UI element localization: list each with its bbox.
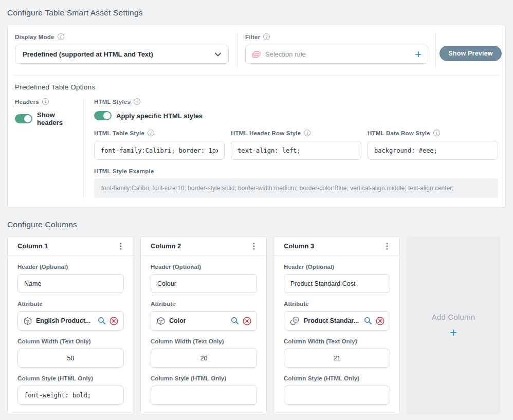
configure-columns-heading: Configure Columns bbox=[7, 220, 506, 229]
html-table-style-label: HTML Table Style bbox=[94, 130, 144, 136]
column-width-input[interactable] bbox=[151, 349, 257, 368]
column-title: Column 2 bbox=[151, 242, 181, 250]
html-table-style-input[interactable] bbox=[94, 141, 225, 160]
kebab-menu-icon[interactable] bbox=[381, 241, 393, 251]
column-card-2: Column 2 Header (Optional) Attribute Col… bbox=[140, 236, 267, 414]
add-column-button[interactable]: Add Column bbox=[407, 236, 500, 414]
html-data-row-style-field: HTML Data Row Style bbox=[368, 130, 498, 160]
attribute-picker[interactable]: English Product... bbox=[17, 311, 124, 331]
apply-html-styles-toggle-label: Apply specific HTML styles bbox=[116, 112, 203, 120]
column-header-input[interactable] bbox=[151, 274, 257, 293]
columns-row: Column 1 Header (Optional) Attribute Eng… bbox=[7, 236, 506, 414]
remove-attribute-icon[interactable] bbox=[243, 317, 251, 325]
column-card-1: Column 1 Header (Optional) Attribute Eng… bbox=[7, 236, 134, 414]
info-icon[interactable] bbox=[58, 33, 64, 40]
page-title: Configure Table Smart Asset Settings bbox=[7, 8, 506, 17]
plus-icon[interactable] bbox=[415, 49, 422, 60]
column-width-input[interactable] bbox=[17, 349, 124, 368]
cube-icon bbox=[24, 317, 32, 325]
search-icon[interactable] bbox=[98, 317, 106, 325]
header-optional-label: Header (Optional) bbox=[17, 264, 124, 270]
column-width-input[interactable] bbox=[284, 349, 390, 368]
coins-icon: $ bbox=[290, 317, 300, 325]
column-width-label: Column Width (Text Only) bbox=[284, 338, 390, 344]
column-width-label: Column Width (Text Only) bbox=[17, 338, 124, 344]
header-optional-label: Header (Optional) bbox=[151, 264, 257, 270]
settings-top-row: Display Mode Predefined (supported at HT… bbox=[8, 25, 505, 75]
search-icon[interactable] bbox=[364, 317, 372, 325]
attribute-picker[interactable]: Color bbox=[151, 311, 257, 331]
info-icon[interactable] bbox=[263, 33, 270, 40]
html-header-row-style-field: HTML Header Row Style bbox=[231, 130, 361, 160]
info-icon[interactable] bbox=[42, 98, 49, 105]
headers-label: Headers bbox=[15, 99, 39, 105]
preview-section: Show Preview bbox=[436, 25, 505, 75]
html-header-row-style-label: HTML Header Row Style bbox=[231, 130, 301, 136]
column-header-input[interactable] bbox=[17, 274, 124, 293]
filter-section: Filter Selection rule bbox=[237, 25, 435, 75]
attribute-value: Color bbox=[169, 317, 227, 324]
selection-rule-icon bbox=[252, 51, 261, 58]
html-styles-label: HTML Styles bbox=[94, 99, 131, 105]
configure-table-page: Configure Table Smart Asset Settings Dis… bbox=[0, 0, 513, 420]
column-style-label: Column Style (HTML Only) bbox=[151, 375, 257, 381]
display-mode-section: Display Mode Predefined (supported at HT… bbox=[8, 25, 237, 75]
column-title: Column 3 bbox=[284, 242, 314, 250]
attribute-label: Attribute bbox=[284, 301, 390, 307]
attribute-value: Product Standar... bbox=[304, 317, 360, 324]
cube-icon bbox=[157, 317, 165, 325]
attribute-value: English Product... bbox=[36, 317, 94, 324]
apply-html-styles-toggle[interactable] bbox=[94, 111, 112, 120]
predefined-options-heading: Predefined Table Options bbox=[15, 83, 498, 91]
column-style-input[interactable] bbox=[284, 386, 390, 405]
search-icon[interactable] bbox=[231, 317, 239, 325]
show-headers-toggle[interactable] bbox=[15, 114, 32, 123]
html-style-example-text: font-family:Calibri; font-size:10; borde… bbox=[94, 178, 498, 198]
attribute-picker[interactable]: $ Product Standar... bbox=[284, 311, 390, 331]
column-width-label: Column Width (Text Only) bbox=[151, 338, 257, 344]
remove-attribute-icon[interactable] bbox=[109, 317, 118, 325]
info-icon[interactable] bbox=[134, 98, 140, 105]
filter-placeholder: Selection rule bbox=[265, 50, 415, 58]
display-mode-select[interactable]: Predefined (supported at HTML and Text) bbox=[15, 45, 229, 64]
column-title: Column 1 bbox=[17, 242, 48, 250]
html-data-row-style-input[interactable] bbox=[368, 141, 498, 160]
column-style-label: Column Style (HTML Only) bbox=[284, 375, 390, 381]
html-header-row-style-input[interactable] bbox=[231, 141, 361, 160]
info-icon[interactable] bbox=[304, 130, 310, 136]
filter-label: Filter bbox=[245, 34, 260, 40]
html-data-row-style-label: HTML Data Row Style bbox=[368, 130, 430, 136]
column-header-input[interactable] bbox=[284, 274, 390, 293]
column-style-label: Column Style (HTML Only) bbox=[17, 375, 124, 381]
show-headers-toggle-label: Show headers bbox=[37, 111, 78, 126]
html-style-example: HTML Style Example font-family:Calibri; … bbox=[94, 168, 498, 198]
plus-icon bbox=[450, 326, 457, 339]
html-style-example-label: HTML Style Example bbox=[94, 168, 154, 174]
html-styles-column: HTML Styles Apply specific HTML styles H… bbox=[84, 98, 498, 198]
add-column-label: Add Column bbox=[432, 313, 475, 321]
kebab-menu-icon[interactable] bbox=[115, 241, 127, 251]
info-icon[interactable] bbox=[148, 130, 154, 136]
svg-text:$: $ bbox=[295, 317, 297, 322]
column-style-input[interactable] bbox=[17, 386, 124, 405]
predefined-table-options: Predefined Table Options Headers Show he… bbox=[8, 76, 505, 207]
show-preview-button[interactable]: Show Preview bbox=[439, 46, 501, 61]
remove-attribute-icon[interactable] bbox=[376, 317, 384, 325]
column-card-3: Column 3 Header (Optional) Attribute $ P… bbox=[273, 236, 400, 414]
html-table-style-field: HTML Table Style bbox=[94, 130, 225, 160]
attribute-label: Attribute bbox=[151, 301, 257, 307]
settings-card: Display Mode Predefined (supported at HT… bbox=[7, 25, 506, 208]
column-style-input[interactable] bbox=[151, 386, 257, 405]
filter-input[interactable]: Selection rule bbox=[245, 45, 428, 64]
attribute-label: Attribute bbox=[17, 301, 124, 307]
header-optional-label: Header (Optional) bbox=[284, 264, 390, 270]
kebab-menu-icon[interactable] bbox=[248, 241, 260, 251]
chevron-down-icon bbox=[215, 52, 221, 57]
display-mode-value: Predefined (supported at HTML and Text) bbox=[23, 50, 215, 58]
info-icon[interactable] bbox=[433, 130, 440, 136]
display-mode-label: Display Mode bbox=[15, 34, 54, 40]
headers-column: Headers Show headers bbox=[15, 98, 83, 198]
